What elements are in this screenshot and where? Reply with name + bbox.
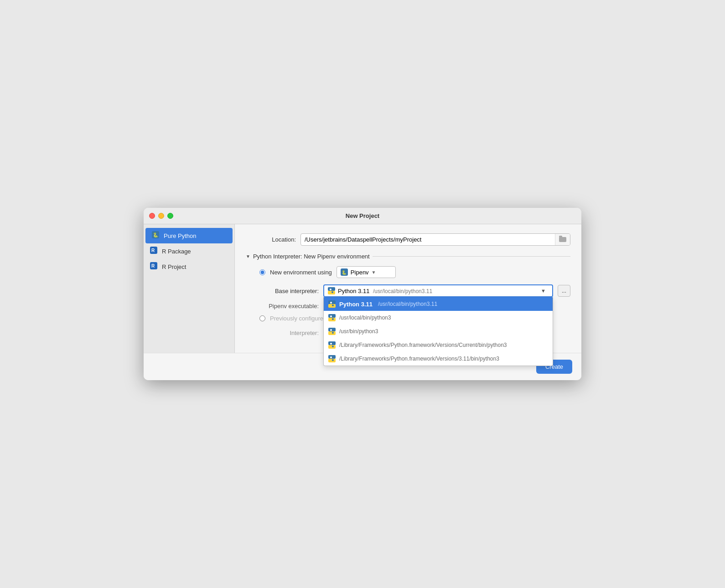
svg-point-24 <box>330 329 332 331</box>
svg-rect-15 <box>328 304 336 308</box>
svg-point-29 <box>332 346 334 347</box>
svg-rect-27 <box>328 345 336 349</box>
svg-rect-7 <box>559 236 562 237</box>
dropdown-item-python3-bin[interactable]: /usr/bin/python3 <box>324 325 553 338</box>
sidebar-item-r-package-label: R Package <box>162 248 191 255</box>
interpreter-name: Python 3.11 <box>338 288 369 294</box>
dropdown-item-python3-local[interactable]: /usr/local/bin/python3 <box>324 311 553 325</box>
sidebar-item-r-project[interactable]: R R Project <box>144 259 234 274</box>
interpreter-dropdown-list: Python 3.11 /usr/local/bin/python3.11 <box>323 297 553 366</box>
svg-point-12 <box>330 289 331 290</box>
svg-point-25 <box>332 332 334 334</box>
svg-rect-6 <box>559 237 566 242</box>
base-interpreter-select[interactable]: Python 3.11 /usr/local/bin/python3.11 ▼ <box>323 284 553 297</box>
content-area: 🐍 Pure Python R R Package R R Project <box>144 224 581 353</box>
dropdown-item-3-path: /Library/Frameworks/Python.framework/Ver… <box>339 342 507 348</box>
python-logo-icon-2 <box>328 328 336 335</box>
svg-text:🐍: 🐍 <box>342 270 347 275</box>
python-icon: 🐍 <box>151 231 160 240</box>
interpreter-dropdown-arrow-icon[interactable]: ▼ <box>538 287 549 294</box>
location-field[interactable] <box>300 233 570 246</box>
python-logo-icon <box>328 287 335 294</box>
pipenv-option-label: Pipenv <box>351 269 369 276</box>
svg-text:R: R <box>151 248 155 253</box>
sidebar-item-r-package[interactable]: R R Package <box>144 243 234 259</box>
dropdown-item-2-path: /usr/bin/python3 <box>339 328 378 335</box>
interpreter-path: /usr/local/bin/python3.11 <box>373 288 432 294</box>
sidebar-item-pure-python[interactable]: 🐍 Pure Python <box>145 228 233 243</box>
dropdown-item-4-path: /Library/Frameworks/Python.framework/Ver… <box>339 356 499 362</box>
python-logo-icon-0 <box>328 300 336 308</box>
dropdown-item-0-name: Python 3.11 <box>339 301 373 308</box>
svg-rect-18 <box>328 314 336 318</box>
environment-type-dropdown[interactable]: 🐍 Pipenv ▼ <box>337 266 396 278</box>
traffic-lights <box>149 213 173 219</box>
svg-text:R: R <box>151 263 155 268</box>
sidebar: 🐍 Pure Python R R Package R R Project <box>144 224 235 353</box>
dropdown-item-1-path: /usr/local/bin/python3 <box>339 315 391 321</box>
python-logo-icon-1 <box>328 314 336 321</box>
svg-point-13 <box>331 291 333 293</box>
svg-point-21 <box>332 318 334 320</box>
new-environment-label: New environment using <box>270 269 332 276</box>
window-title: New Project <box>346 212 379 219</box>
r-project-icon: R <box>149 262 158 271</box>
svg-rect-31 <box>328 359 336 362</box>
svg-point-33 <box>332 359 334 361</box>
python-logo-icon-3 <box>328 341 336 349</box>
svg-rect-30 <box>328 355 336 359</box>
svg-point-28 <box>330 343 332 345</box>
svg-point-16 <box>330 302 332 304</box>
svg-rect-22 <box>328 328 336 331</box>
close-button[interactable] <box>149 213 155 219</box>
base-interpreter-label: Base interpreter: <box>259 288 319 294</box>
new-project-window: New Project 🐍 Pure Python R R Package R <box>144 208 581 380</box>
section-title: Python Interpreter: New Pipenv environme… <box>253 253 370 260</box>
sidebar-item-r-project-label: R Project <box>162 263 186 270</box>
svg-rect-19 <box>328 318 336 321</box>
base-interpreter-value: Python 3.11 /usr/local/bin/python3.11 <box>338 288 535 294</box>
svg-rect-14 <box>328 300 336 304</box>
python-logo-icon-4 <box>328 355 336 362</box>
dropdown-item-framework-311[interactable]: /Library/Frameworks/Python.framework/Ver… <box>324 352 553 366</box>
dropdown-item-framework-current[interactable]: /Library/Frameworks/Python.framework/Ver… <box>324 338 553 352</box>
dropdown-item-python311[interactable]: Python 3.11 /usr/local/bin/python3.11 <box>324 297 553 311</box>
interpreter-browse-button[interactable]: ... <box>558 285 570 297</box>
folder-browse-button[interactable] <box>555 234 570 245</box>
svg-point-17 <box>332 304 334 306</box>
location-input[interactable] <box>301 234 555 245</box>
new-environment-row: New environment using 🐍 Pipenv ▼ <box>259 266 570 278</box>
base-interpreter-row: Base interpreter: Python 3.11 /usr/local… <box>259 284 570 297</box>
section-header-line <box>373 256 570 257</box>
main-panel: Location: ▼ Python Interpreter: New Pipe… <box>235 224 581 353</box>
new-environment-radio[interactable] <box>259 269 265 275</box>
minimize-button[interactable] <box>158 213 164 219</box>
titlebar: New Project <box>144 208 581 224</box>
svg-point-32 <box>330 356 332 358</box>
env-dropdown-arrow-icon: ▼ <box>372 270 376 275</box>
location-label: Location: <box>246 236 296 243</box>
svg-text:🐍: 🐍 <box>153 232 159 238</box>
previously-configured-radio[interactable] <box>259 315 265 321</box>
svg-rect-26 <box>328 341 336 345</box>
maximize-button[interactable] <box>167 213 173 219</box>
sidebar-item-pure-python-label: Pure Python <box>164 232 197 239</box>
section-collapse-toggle[interactable]: ▼ <box>246 254 250 259</box>
svg-rect-11 <box>328 291 335 294</box>
svg-point-20 <box>330 315 332 317</box>
base-interpreter-wrapper: Python 3.11 /usr/local/bin/python3.11 ▼ <box>323 284 553 297</box>
interpreter-section-header: ▼ Python Interpreter: New Pipenv environ… <box>246 253 570 260</box>
svg-rect-10 <box>328 287 335 291</box>
pipenv-executable-label: Pipenv executable: <box>259 303 319 309</box>
dropdown-item-0-path: /usr/local/bin/python3.11 <box>378 301 437 307</box>
svg-rect-23 <box>328 331 336 335</box>
location-row: Location: <box>246 233 570 246</box>
interpreter-label: Interpreter: <box>259 330 319 336</box>
r-package-icon: R <box>149 247 158 256</box>
